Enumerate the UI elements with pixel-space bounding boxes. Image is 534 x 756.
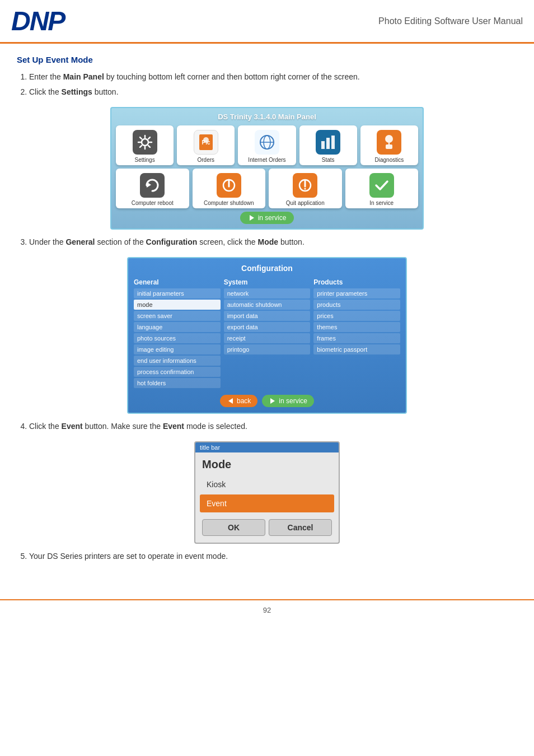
config-general-header: General [134,278,221,286]
computer-shutdown-label: Computer shutdown [195,200,264,206]
config-back-button[interactable]: back [220,395,257,407]
page-number: 92 [263,606,271,614]
step4-list: Click the Event button. Make sure the Ev… [17,421,517,432]
config-products[interactable]: products [313,300,400,310]
config-biometric-passport[interactable]: biometric passport [313,344,400,354]
svg-rect-9 [331,136,335,149]
computer-reboot-label: Computer reboot [118,200,187,206]
step-2: Click the Settings button. [29,86,517,98]
config-mode[interactable]: mode [134,300,221,310]
manual-title: Photo Editing Software User Manual [378,16,523,26]
dnp-logo: DNP [11,6,64,36]
config-photo-sources[interactable]: photo sources [134,333,221,343]
diagnostics-icon-cell[interactable]: Diagnostics [360,125,418,165]
diagnostics-icon [377,130,401,155]
step-1: Enter the Main Panel by touching bottom … [29,71,517,83]
mode-dialog-buttons: OK Cancel [195,514,339,543]
svg-marker-20 [228,398,233,404]
orders-icon-cell[interactable]: Pic Orders [177,125,235,165]
in-service-label: In service [348,200,416,206]
config-network[interactable]: network [224,288,311,298]
config-printer-parameters[interactable]: printer parameters [313,288,400,298]
mode-cancel-button[interactable]: Cancel [269,519,332,536]
step3-list: Under the General section of the Configu… [17,236,517,248]
svg-marker-21 [270,398,275,404]
quit-application-icon-cell[interactable]: Quit application [269,169,342,208]
config-products-column: Products printer parameters products pri… [313,278,400,389]
computer-reboot-icon [140,173,165,198]
stats-label: Stats [302,157,355,163]
in-service-bottom: in service [116,212,418,224]
svg-point-10 [385,135,393,143]
config-process-confirmation[interactable]: process confirmation [134,367,221,377]
config-in-service-label: in service [279,397,307,405]
computer-shutdown-icon [217,173,241,198]
svg-marker-13 [147,182,151,188]
mode-option-kiosk[interactable]: Kiosk [200,475,334,493]
config-prices[interactable]: prices [313,311,400,321]
config-language[interactable]: language [134,322,221,332]
svg-point-0 [142,139,148,146]
internet-orders-label: Internet Orders [240,157,293,163]
stats-icon-cell[interactable]: Stats [299,125,357,165]
config-import-data[interactable]: import data [224,311,311,321]
config-themes[interactable]: themes [313,322,400,332]
svg-rect-11 [386,144,392,149]
mode-ok-button[interactable]: OK [202,519,265,536]
in-service-icon [369,173,394,198]
quit-application-icon [293,173,317,198]
config-end-user-informations[interactable]: end user informations [134,356,221,366]
step-4: Click the Event button. Make sure the Ev… [29,421,517,432]
step-5: Your DS Series printers are set to opera… [29,550,517,562]
config-products-header: Products [313,278,400,286]
config-in-service-button[interactable]: in service [262,395,314,407]
config-screen-saver[interactable]: screen saver [134,311,221,321]
internet-orders-icon-cell[interactable]: Internet Orders [238,125,296,165]
config-frames[interactable]: frames [313,333,400,343]
config-back-label: back [237,397,251,405]
configuration-title: Configuration [134,264,400,273]
settings-icon [133,130,157,155]
stats-icon [316,130,340,155]
in-service-button[interactable]: in service [240,212,294,224]
mode-option-event[interactable]: Event [200,494,334,512]
settings-icon-cell[interactable]: Settings [116,125,174,165]
page-footer: 92 [0,599,534,620]
in-service-btn-label: in service [258,214,287,222]
main-panel-row1: Settings Pic Orders [116,125,418,165]
orders-label: Orders [179,157,232,163]
svg-rect-8 [326,138,330,149]
step5-list: Your DS Series printers are set to opera… [17,550,517,562]
mode-dialog-title: Mode [195,452,339,474]
config-hot-folders[interactable]: hot folders [134,378,221,388]
config-image-editing[interactable]: image editing [134,344,221,354]
config-general-column: General initial parameters mode screen s… [134,278,221,389]
quit-application-label: Quit application [271,200,340,206]
config-receipt[interactable]: receipt [224,333,311,343]
internet-orders-icon [255,130,279,155]
page-header: DNP Photo Editing Software User Manual [0,0,534,44]
diagnostics-label: Diagnostics [363,157,416,163]
step-3: Under the General section of the Configu… [29,236,517,248]
config-automatic-shutdown[interactable]: automatic shutdown [224,300,311,310]
main-panel-screenshot: DS Trinity 3.1.4.0 Main Panel Settings [110,107,424,230]
config-initial-parameters[interactable]: initial parameters [134,288,221,298]
config-system-header: System [224,278,311,286]
main-panel-row2: Computer reboot Computer shutdown [116,169,418,208]
configuration-screenshot: Configuration General initial parameters… [127,257,407,414]
config-export-data[interactable]: export data [224,322,311,332]
page-content: Set Up Event Mode Enter the Main Panel b… [0,44,534,582]
computer-reboot-icon-cell[interactable]: Computer reboot [116,169,189,208]
main-panel-title: DS Trinity 3.1.4.0 Main Panel [116,113,418,121]
configuration-columns: General initial parameters mode screen s… [134,278,400,389]
in-service-icon-cell[interactable]: In service [345,169,419,208]
config-system-column: System network automatic shutdown import… [224,278,311,389]
orders-icon: Pic [194,130,218,155]
svg-rect-7 [321,141,325,149]
mode-titlebar: title bar [195,442,339,452]
svg-point-18 [305,188,306,190]
config-printogo[interactable]: printogo [224,344,311,354]
svg-point-3 [203,137,209,143]
section-title: Set Up Event Mode [17,55,517,64]
computer-shutdown-icon-cell[interactable]: Computer shutdown [193,169,266,208]
